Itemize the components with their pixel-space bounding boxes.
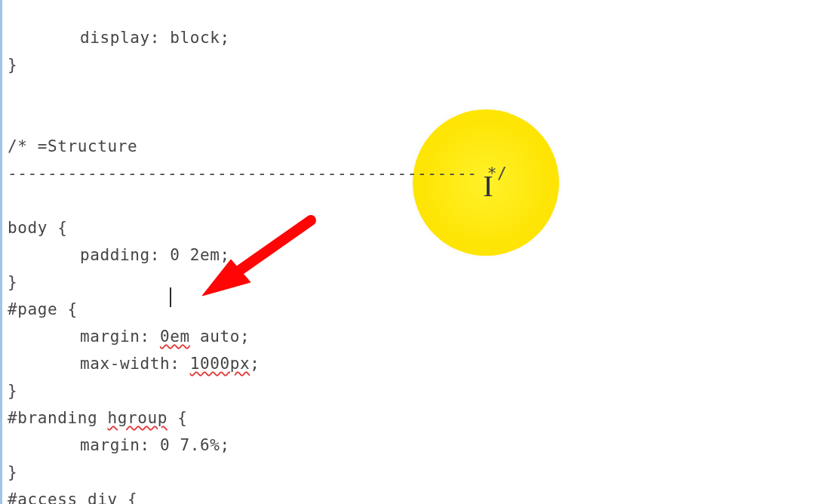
spell-error: hgroup <box>107 409 167 427</box>
code-line: } <box>8 463 17 481</box>
spell-error: 1000px <box>190 355 250 373</box>
code-line: /* =Structure <box>8 137 137 155</box>
code-line: margin: 0 7.6%; <box>8 436 230 454</box>
code-line: } <box>8 56 17 74</box>
code-line: #branding hgroup { <box>8 409 187 427</box>
insertion-caret <box>170 287 171 307</box>
code-line: } <box>8 382 17 400</box>
code-line: ----------------------------------------… <box>8 164 507 183</box>
code-line: max-width: 1000px; <box>8 355 260 373</box>
code-line: margin: 0em auto; <box>8 327 250 346</box>
code-line: } <box>8 273 17 291</box>
editor-viewport: I display: block; } /* =Structure ------… <box>0 0 836 504</box>
code-line: display: block; <box>8 29 230 47</box>
left-rule <box>0 0 2 504</box>
code-line: #page { <box>8 300 78 318</box>
code-line: padding: 0 2em; <box>8 246 230 264</box>
code-line: #access div { <box>8 490 137 504</box>
spell-error: 0em <box>160 327 190 346</box>
code-line: body { <box>8 219 67 237</box>
code-block[interactable]: display: block; } /* =Structure --------… <box>8 0 507 504</box>
